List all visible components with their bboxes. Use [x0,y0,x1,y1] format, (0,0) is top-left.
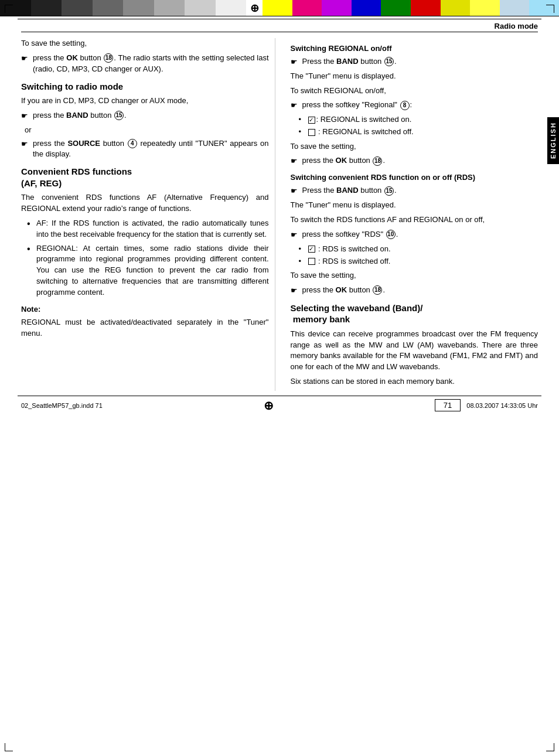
arrow-text-band-rds: Press the BAND button 15. [302,185,538,197]
sub-item-rds-off: • : RDS is switched off. [299,256,538,267]
arrow-item-ok: ☛ press the OK button 18. The radio star… [21,53,269,75]
sub-item-rds-on: • : RDS is switched on. [299,244,538,254]
left-column: To save the setting, ☛ press the OK butt… [21,38,275,391]
footer-right-area: 71 08.03.2007 14:33:05 Uhr [435,399,538,411]
circle-18-3: 18 [373,285,382,295]
or-text: or [25,125,269,136]
tuner-displayed-2: The "Tuner" menu is displayed. [291,200,538,211]
color-swatch [93,0,124,16]
header-underline [21,32,538,32]
section-heading-radio-mode: Switching to radio mode [21,81,269,93]
dot-item-af: • AF: If the RDS function is activated, … [27,218,269,240]
rds-on-text: : RDS is switched on. [307,244,391,254]
sub-bullet: • [299,244,307,254]
color-swatch [441,0,471,16]
sub-item-regional-on: • : REGIONAL is switched on. [299,114,538,125]
tuner-displayed-1: The "Tuner" menu is displayed. [291,71,538,82]
section-heading-rds-onoff: Switching convenient RDS function on or … [291,173,538,183]
checkbox-empty-icon-2 [308,258,315,265]
arrow-item-softkey-regional: ☛ press the softkey "Regional" 8: [291,100,538,111]
arrow-text-ok: press the OK button 18. The radio starts… [33,53,269,75]
regional-on-text: : REGIONAL is switched on. [307,114,412,125]
circle-10: 10 [386,230,396,239]
arrow-icon: ☛ [291,186,302,197]
switch-rds-text: To switch the RDS functions AF and REGIO… [291,214,538,226]
arrow-icon: ☛ [21,53,33,75]
color-swatch [292,0,322,16]
note-heading: Note: [21,304,269,315]
arrow-icon: ☛ [291,100,302,111]
switch-regional-text: To switch REGIONAL on/off, [291,86,538,97]
color-swatch [185,0,216,16]
rds-off-text: : RDS is switched off. [307,256,391,267]
arrow-item-band-rds: ☛ Press the BAND button 15. [291,185,538,197]
arrow-text-softkey-rds: press the softkey "RDS" 10. [302,229,538,241]
arrow-text-band: press the BAND button 15. [33,110,269,122]
color-swatch [352,0,381,16]
dot-bullet: • [27,218,36,240]
s3-p1: This device can receive programmes broad… [291,329,538,373]
crop-mark-br [546,743,554,751]
circle-15-2: 15 [384,57,394,66]
footer: 02_SeattleMP57_gb.indd 71 ⊕ 71 08.03.200… [0,396,559,415]
arrow-item-ok-regional: ☛ press the OK button 18. [291,155,538,167]
arrow-text-ok-rds: press the OK button 18. [302,285,538,297]
page-header: Radio mode [0,19,559,32]
color-swatch [263,0,292,16]
color-bar: ⊕ [0,0,559,16]
sub-bullet: • [299,256,307,267]
footer-left: 02_SeattleMP57_gb.indd 71 [21,402,103,409]
dot-item-regional: • REGIONAL: At certain times, some radio… [27,243,269,298]
arrow-item-softkey-rds: ☛ press the softkey "RDS" 10. [291,229,538,241]
color-swatch [123,0,154,16]
footer-right: 08.03.2007 14:33:05 Uhr [466,402,538,409]
s1-p1: If you are in CD, MP3, CD changer or AUX… [21,96,269,107]
color-swatch [62,0,93,16]
regional-off-text: : REGIONAL is switched off. [307,127,414,137]
color-swatch [216,0,247,16]
color-swatch [411,0,441,16]
sub-bullet: • [299,127,307,137]
sub-item-regional-off: • : REGIONAL is switched off. [299,127,538,137]
page-number: 71 [435,399,461,411]
circle-18-2: 18 [373,156,382,166]
arrow-item-source: ☛ press the SOURCE button 4 repeatedly u… [21,138,269,161]
content-area: To save the setting, ☛ press the OK butt… [0,36,559,391]
circle-8: 8 [400,101,410,110]
section-heading-regional: Switching REGIONAL on/off [291,44,538,54]
section-heading-rds: Convenient RDS functions(AF, REG) [21,166,269,189]
arrow-icon: ☛ [291,57,302,68]
arrow-text-softkey-regional: press the softkey "Regional" 8: [302,100,538,111]
s2-p1: The convenient RDS functions AF (Alterna… [21,192,269,214]
sub-bullet: • [299,114,307,125]
registration-mark-bottom: ⊕ [264,399,274,413]
circle-18: 18 [104,53,113,63]
checkbox-empty-icon [308,129,315,136]
circle-15-3: 15 [384,186,394,196]
color-swatch [470,0,500,16]
arrow-text-ok-regional: press the OK button 18. [302,155,538,167]
dot-text-regional: REGIONAL: At certain times, some radio s… [36,243,269,298]
arrow-item-ok-rds: ☛ press the OK button 18. [291,285,538,297]
arrow-item-band-regional: ☛ Press the BAND button 15. [291,56,538,68]
circle-15-1: 15 [114,111,124,120]
crop-mark-tr [546,5,554,13]
right-column: Switching REGIONAL on/off ☛ Press the BA… [287,38,538,391]
arrow-text-source: press the SOURCE button 4 repeatedly unt… [33,138,269,161]
dot-text-af: AF: If the RDS function is activated, th… [36,218,269,240]
english-sidebar-label: ENGLISH [547,117,559,164]
arrow-text-band-regional: Press the BAND button 15. [302,56,538,68]
color-swatch [500,0,530,16]
page-title: Radio mode [495,22,538,30]
color-bar-right [263,0,559,16]
checkbox-checked-icon [308,117,315,124]
color-swatch [31,0,62,16]
dot-bullet: • [27,243,36,298]
checkbox-checked-icon-2 [308,246,315,253]
section-heading-waveband: Selecting the waveband (Band)/ memory ba… [291,302,538,325]
note-text: REGIONAL must be activated/deactivated s… [21,317,269,339]
arrow-icon: ☛ [21,139,33,161]
save-setting-2: To save the setting, [291,270,538,281]
color-bar-left [0,0,246,16]
color-swatch [154,0,185,16]
